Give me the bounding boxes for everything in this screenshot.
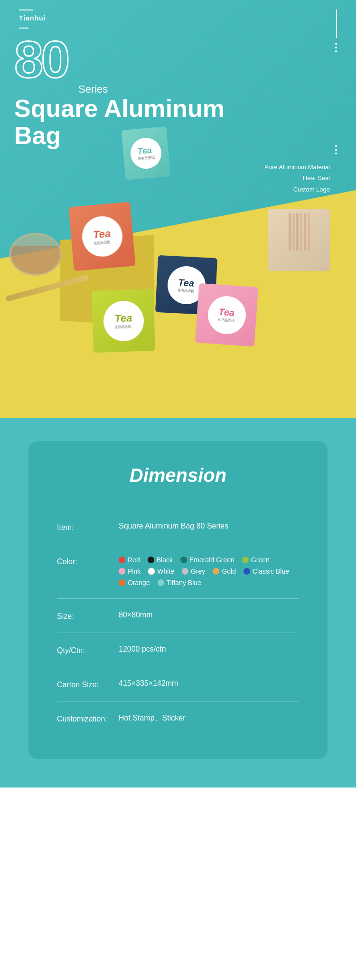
color-name: Tiffany Blue <box>167 579 201 586</box>
size-label: Size: <box>57 611 119 621</box>
color-item: Tiffany Blue <box>158 579 201 586</box>
tea-bag-pink: Tea 生活品无忧 <box>195 283 258 346</box>
info-section: Dimension Item: Square Aluminum Bag 80 S… <box>0 417 356 788</box>
beige-storage-box <box>268 209 330 271</box>
color-swatch <box>119 557 125 563</box>
carton-value: 415×335×142mm <box>119 679 299 688</box>
series-number: 80 <box>14 33 67 86</box>
color-item: Red <box>119 556 140 564</box>
color-swatch <box>244 568 250 575</box>
cup-body <box>9 233 62 276</box>
vertical-line-decoration <box>336 10 337 38</box>
custom-label: Customization: <box>57 713 119 723</box>
spec-row-item: Item: Square Aluminum Bag 80 Series <box>57 510 299 544</box>
color-swatch <box>180 557 187 563</box>
color-item: Black <box>148 556 173 564</box>
color-name: Pink <box>128 567 141 575</box>
feature-2: Heat Seal <box>264 173 330 183</box>
colors-list: RedBlackEmerald GreenGreenPinkWhiteGreyG… <box>119 556 299 586</box>
color-item: Pink <box>119 567 141 575</box>
brand-name: Tianhui <box>19 14 46 22</box>
color-name: Gold <box>222 567 236 575</box>
custom-value: Hot Stamp、Sticker <box>119 713 299 723</box>
color-name: Red <box>128 556 140 564</box>
cup-liquid <box>11 246 60 274</box>
dots-decoration-mid <box>335 145 337 154</box>
color-item: Emerald Green <box>180 556 234 564</box>
dots-decoration-top <box>335 43 337 52</box>
tea-cup <box>9 233 71 285</box>
features-list: Pure Aluminum Material Heat Seal Custom … <box>264 162 330 195</box>
series-label: Series <box>78 83 108 96</box>
color-swatch <box>119 579 125 586</box>
spec-row-carton: Carton Size: 415×335×142mm <box>57 667 299 701</box>
color-item: Classic Blue <box>244 567 289 575</box>
item-label: Item: <box>57 522 119 532</box>
color-name: White <box>157 567 174 575</box>
spec-row-color: Color: RedBlackEmerald GreenGreenPinkWhi… <box>57 544 299 599</box>
color-swatch <box>148 557 154 563</box>
color-swatch <box>182 568 188 575</box>
color-swatch <box>213 568 219 575</box>
color-swatch <box>158 579 164 586</box>
feature-1: Pure Aluminum Material <box>264 162 330 173</box>
size-value: 80×80mm <box>119 611 299 619</box>
color-item: Grey <box>182 567 205 575</box>
carton-label: Carton Size: <box>57 679 119 689</box>
color-name: Green <box>251 556 270 564</box>
qty-value: 12000 pcs/ctn <box>119 645 299 653</box>
color-swatch <box>119 568 125 575</box>
color-swatch <box>242 557 249 563</box>
feature-3: Custom Logo <box>264 184 330 195</box>
color-item: Green <box>242 556 270 564</box>
color-name: Grey <box>191 567 205 575</box>
spec-row-size: Size: 80×80mm <box>57 599 299 633</box>
tea-bag-lime: Tea 生活品无忧 <box>92 289 155 353</box>
brand-line-bottom <box>19 28 28 29</box>
tea-bag-teal: Tea 茶有品无忧 <box>122 126 171 180</box>
info-card: Dimension Item: Square Aluminum Bag 80 S… <box>28 441 328 759</box>
color-name: Emerald Green <box>189 556 234 564</box>
qty-label: Qty/Ctn: <box>57 645 119 655</box>
color-item: Orange <box>119 579 150 586</box>
item-value: Square Aluminum Bag 80 Series <box>119 522 299 530</box>
product-title: Square Aluminum Bag <box>14 95 225 149</box>
color-name: Classic Blue <box>253 567 289 575</box>
color-value: RedBlackEmerald GreenGreenPinkWhiteGreyG… <box>119 556 299 586</box>
spec-row-qty: Qty/Ctn: 12000 pcs/ctn <box>57 633 299 667</box>
tea-bag-orange: Tea 生活品无忧 <box>68 202 135 271</box>
color-label: Color: <box>57 556 119 566</box>
hero-section: Tianhui 80 Series Square Aluminum Bag Pu… <box>0 0 356 418</box>
spec-row-custom: Customization: Hot Stamp、Sticker <box>57 701 299 735</box>
color-name: Black <box>157 556 173 564</box>
dimension-title: Dimension <box>57 465 299 486</box>
color-swatch <box>148 568 155 575</box>
brand-line-top <box>19 10 33 10</box>
color-item: White <box>148 567 174 575</box>
color-item: Gold <box>213 567 236 575</box>
color-name: Orange <box>128 579 150 586</box>
